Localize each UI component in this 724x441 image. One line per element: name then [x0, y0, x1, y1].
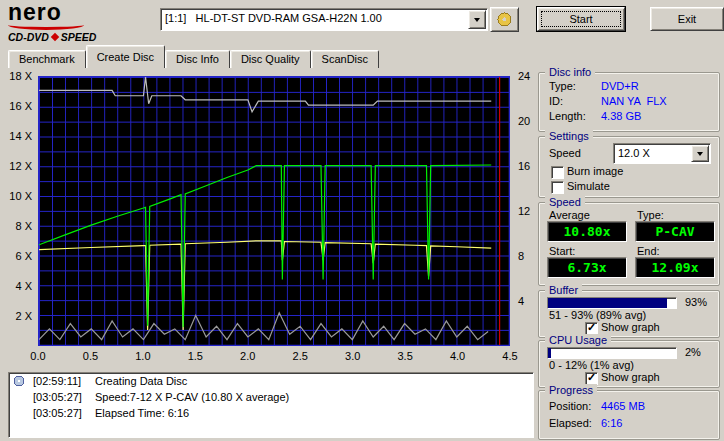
buffer-title: Buffer	[545, 284, 582, 296]
log-message: Creating Data Disc	[95, 375, 187, 387]
series-buffer-level	[39, 77, 491, 112]
disc-info-group: Disc info Type: DVD+R ID: NAN YA FLX Len…	[538, 72, 720, 132]
log-message: Elapsed Time: 6:16	[95, 407, 189, 419]
logo-cddvd-text: CD-DVD	[8, 31, 49, 43]
average-speed-label: Average	[549, 209, 590, 221]
write-speed-chart: 18 X16 X14 X12 X10 X8 X6 X4 X2 X 2420161…	[8, 70, 532, 366]
axis-tick-label: 2.0	[240, 350, 255, 362]
write-speed-select[interactable]: 12.0 X	[613, 143, 711, 164]
chart-x-axis: 0.00.51.01.52.02.53.03.54.04.5	[38, 350, 510, 364]
simulate-label: Simulate	[567, 180, 610, 192]
cpu-progressbar	[547, 347, 677, 359]
write-speed-select-value: 12.0 X	[618, 147, 650, 159]
exit-button-label: Exit	[678, 13, 696, 25]
log-timestamp: [03:05:27]	[33, 391, 95, 403]
log-row: [03:05:27]Speed:7-12 X P-CAV (10.80 X av…	[9, 389, 533, 405]
axis-tick-label: 2.5	[293, 350, 308, 362]
axis-tick-label: 16 X	[9, 100, 32, 112]
speed-type-display: P-CAV	[635, 221, 715, 242]
axis-tick-label: 4 X	[15, 280, 32, 292]
chart-right-axis: 2420161284	[514, 76, 534, 346]
eject-disc-button[interactable]	[490, 7, 519, 32]
disc-length-label: Length:	[549, 110, 586, 122]
burn-disc-icon	[13, 375, 25, 387]
axis-tick-label: 3.0	[345, 350, 360, 362]
axis-tick-label: 12	[518, 205, 530, 217]
speed-setting-label: Speed	[549, 147, 581, 159]
cpu-show-graph-label: Show graph	[601, 371, 660, 383]
log-message: Speed:7-12 X P-CAV (10.80 X average)	[95, 391, 289, 403]
disc-id-label: ID:	[549, 95, 563, 107]
axis-tick-label: 8	[518, 250, 524, 262]
disc-id-value: NAN YA FLX	[601, 95, 667, 107]
burn-image-label: Burn image	[567, 165, 623, 177]
buffer-group: Buffer 93% 51 - 93% (89% avg) Show graph	[538, 290, 720, 338]
series-cpu-usage	[39, 313, 488, 340]
series-secondary-speed-yellow	[39, 241, 491, 330]
chevron-down-icon[interactable]	[468, 10, 486, 29]
log-row: [03:05:27]Elapsed Time: 6:16	[9, 405, 533, 421]
axis-tick-label: 20	[518, 115, 530, 127]
buffer-range: 51 - 93% (89% avg)	[549, 309, 646, 321]
disc-info-title: Disc info	[545, 66, 595, 78]
position-label: Position:	[549, 400, 591, 412]
speed-title: Speed	[545, 196, 585, 208]
logo-diamond-icon	[51, 33, 59, 41]
chevron-down-icon[interactable]	[691, 145, 709, 162]
burn-image-checkbox[interactable]	[551, 166, 564, 179]
buffer-percent: 93%	[685, 296, 707, 308]
axis-tick-label: 0.5	[83, 350, 98, 362]
axis-tick-label: 1.0	[135, 350, 150, 362]
nero-logo-text: nero	[8, 2, 148, 22]
settings-title: Settings	[545, 130, 593, 142]
axis-tick-label: 8 X	[15, 220, 32, 232]
tab-disc-info[interactable]: Disc Info	[165, 50, 230, 68]
start-speed-label: Start:	[549, 245, 575, 257]
disc-icon	[497, 12, 512, 27]
axis-tick-label: 3.5	[397, 350, 412, 362]
simulate-checkbox[interactable]	[551, 181, 564, 194]
axis-tick-label: 10 X	[9, 190, 32, 202]
buffer-progressbar	[547, 297, 677, 309]
log-row: [02:59:11]Creating Data Disc	[9, 373, 533, 389]
cpu-percent: 2%	[685, 346, 701, 358]
elapsed-label: Elapsed:	[549, 417, 592, 429]
axis-tick-label: 4.0	[450, 350, 465, 362]
nero-logo-subtitle: CD-DVD SPEED	[8, 31, 148, 43]
axis-tick-label: 18 X	[9, 70, 32, 82]
tab-strip: BenchmarkCreate DiscDisc InfoDisc Qualit…	[8, 46, 379, 68]
chart-series-svg	[39, 77, 509, 345]
elapsed-value: 6:16	[601, 417, 622, 429]
speed-group: Speed Average Type: 10.80x P-CAV Start: …	[538, 202, 720, 286]
disc-length-value: 4.38 GB	[601, 110, 641, 122]
drive-select[interactable]: [1:1] HL-DT-ST DVD-RAM GSA-H22N 1.00	[160, 8, 488, 31]
axis-tick-label: 4.5	[502, 350, 517, 362]
axis-tick-label: 2 X	[15, 310, 32, 322]
progress-title: Progress	[545, 384, 597, 396]
buffer-show-graph-label: Show graph	[601, 321, 660, 333]
axis-tick-label: 6 X	[15, 250, 32, 262]
cpu-usage-group: CPU Usage 2% 0 - 12% (1% avg) Show graph	[538, 340, 720, 388]
exit-button[interactable]: Exit	[650, 7, 724, 31]
tab-scandisc[interactable]: ScanDisc	[311, 50, 379, 68]
start-button[interactable]: Start	[537, 7, 625, 31]
log-timestamp: [02:59:11]	[33, 375, 95, 387]
cpu-usage-title: CPU Usage	[545, 334, 611, 346]
nero-cd-dvd-speed-window: nero CD-DVD SPEED [1:1] HL-DT-ST DVD-RAM…	[0, 0, 724, 441]
speed-type-label: Type:	[637, 209, 664, 221]
position-value: 4465 MB	[601, 400, 645, 412]
drive-select-value: [1:1] HL-DT-ST DVD-RAM GSA-H22N 1.00	[165, 12, 382, 24]
nero-logo: nero CD-DVD SPEED	[8, 2, 148, 43]
axis-tick-label: 24	[518, 70, 530, 82]
buffer-progress-fill	[548, 298, 667, 308]
start-button-label: Start	[569, 13, 592, 25]
tab-benchmark[interactable]: Benchmark	[8, 50, 86, 68]
status-log[interactable]: [02:59:11]Creating Data Disc[03:05:27]Sp…	[8, 372, 534, 438]
axis-tick-label: 16	[518, 160, 530, 172]
tab-disc-quality[interactable]: Disc Quality	[230, 50, 311, 68]
disc-type-value: DVD+R	[601, 80, 639, 92]
tab-create-disc[interactable]: Create Disc	[86, 45, 165, 68]
chart-left-axis: 18 X16 X14 X12 X10 X8 X6 X4 X2 X	[8, 76, 35, 346]
axis-tick-label: 14 X	[9, 130, 32, 142]
progress-group: Progress Position: 4465 MB Elapsed: 6:16	[538, 390, 720, 440]
